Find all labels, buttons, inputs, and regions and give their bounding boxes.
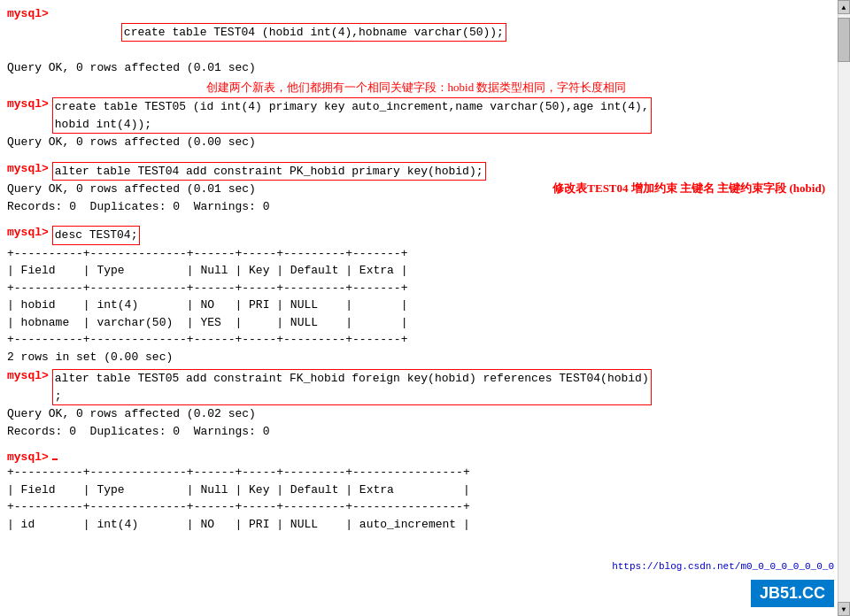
cmd-bordered-wrap-2: create table TEST05 (id int(4) primary k… — [52, 97, 652, 134]
table-line-4: | hobid | int(4) | NO | PRI | NULL | | — [7, 296, 825, 314]
cmd-wrap-5: alter table TEST05 add constraint FK_hob… — [52, 369, 652, 405]
table-line-t2-3: +----------+--------------+------+-----+… — [7, 498, 825, 516]
prompt-label-6: mysql> — [7, 450, 49, 464]
scrollbar-thumb[interactable] — [838, 18, 850, 62]
prompt-label-4: mysql> — [7, 226, 49, 239]
cmd-wrap-6 — [52, 450, 58, 464]
prompt-label-3: mysql> — [7, 162, 49, 175]
prompt-row-2: mysql> create table TEST05 (id int(4) pr… — [7, 97, 825, 134]
table-line-t2-4: | id | int(4) | NO | PRI | NULL | auto_i… — [7, 516, 825, 534]
cmd-block-5: mysql> alter table TEST05 add constraint… — [7, 369, 825, 440]
prompt-row-1: mysql> create table TEST04 (hobid int(4)… — [7, 5, 825, 59]
prompt-row-4: mysql> desc TEST04; — [7, 226, 825, 245]
table-line-6: +----------+--------------+------+-----+… — [7, 331, 825, 349]
output-annotation-row: Query OK, 0 rows affected (0.01 sec) 修改表… — [7, 181, 825, 198]
table-line-1: +----------+--------------+------+-----+… — [7, 245, 825, 263]
output-5a: Query OK, 0 rows affected (0.02 sec) — [7, 405, 825, 423]
cmd-bordered-6 — [52, 458, 58, 460]
annotation-1: 创建两个新表，他们都拥有一个相同关键字段：hobid 数据类型相同，字符长度相同 — [7, 80, 825, 96]
annotation-2: 修改表TEST04 增加约束 主键名 主键约束字段 (hobid) — [552, 181, 825, 196]
cmd-wrap-3: alter table TEST04 add constraint PK_hob… — [52, 162, 486, 181]
output-5b: Records: 0 Duplicates: 0 Warnings: 0 — [7, 423, 825, 441]
scroll-up-button[interactable]: ▲ — [838, 0, 850, 14]
output-2: Query OK, 0 rows affected (0.00 sec) — [7, 134, 825, 151]
table-line-5: | hobname | varchar(50) | YES | | NULL |… — [7, 314, 825, 332]
table-line-3: +----------+--------------+------+-----+… — [7, 280, 825, 297]
cmd-bordered-4: desc TEST04; — [52, 226, 141, 245]
output-3: Query OK, 0 rows affected (0.01 sec) — [7, 181, 535, 198]
scroll-down-button[interactable]: ▼ — [838, 602, 850, 616]
output-1: Query OK, 0 rows affected (0.01 sec) — [7, 59, 825, 77]
cmd-block-3: mysql> alter table TEST04 add constraint… — [7, 162, 825, 216]
prompt-label-1: mysql> — [7, 5, 49, 23]
cmd-bordered-5: alter table TEST05 add constraint FK_hob… — [52, 369, 652, 405]
watermark-badge: JB51.CC — [751, 580, 834, 607]
blank-2 — [7, 219, 825, 226]
prompt-row-5: mysql> alter table TEST05 add constraint… — [7, 369, 825, 405]
cmd-bordered-1: create table TEST04 (hobid int(4),hobnam… — [121, 23, 506, 42]
cmd-block-4: mysql> desc TEST04; +----------+--------… — [7, 226, 825, 366]
prompt-row-3: mysql> alter table TEST04 add constraint… — [7, 162, 825, 181]
terminal-output: mysql> create table TEST04 (hobid int(4)… — [0, 0, 832, 542]
output-3b: Records: 0 Duplicates: 0 Warnings: 0 — [7, 198, 825, 216]
cmd-text-1: create table TEST04 (hobid int(4),hobnam… — [52, 5, 506, 59]
cmd-bordered-3: alter table TEST04 add constraint PK_hob… — [52, 162, 486, 181]
output-4: 2 rows in set (0.00 sec) — [7, 349, 825, 366]
scrollbar[interactable]: ▲ ▼ — [838, 0, 850, 616]
prompt-label-2: mysql> — [7, 97, 49, 111]
prompt-label-5: mysql> — [7, 369, 49, 382]
cmd-wrap-4: desc TEST04; — [52, 226, 141, 245]
cmd-bordered-2: create table TEST05 (id int(4) primary k… — [52, 97, 652, 134]
cmd-block-1: mysql> create table TEST04 (hobid int(4)… — [7, 5, 825, 76]
blank-3 — [7, 443, 825, 450]
cmd-block-6: mysql> +----------+--------------+------… — [7, 450, 825, 533]
table-line-2: | Field | Type | Null | Key | Default | … — [7, 262, 825, 280]
cmd-block-2: mysql> create table TEST05 (id int(4) pr… — [7, 97, 825, 151]
blank-1 — [7, 155, 825, 162]
table-line-t2-1: +----------+--------------+------+-----+… — [7, 464, 825, 481]
prompt-row-6: mysql> — [7, 450, 825, 464]
table-line-t2-2: | Field | Type | Null | Key | Default | … — [7, 481, 825, 499]
url-text: https://blog.csdn.net/m0_0_0_0_0_0_0_0 — [612, 561, 834, 572]
